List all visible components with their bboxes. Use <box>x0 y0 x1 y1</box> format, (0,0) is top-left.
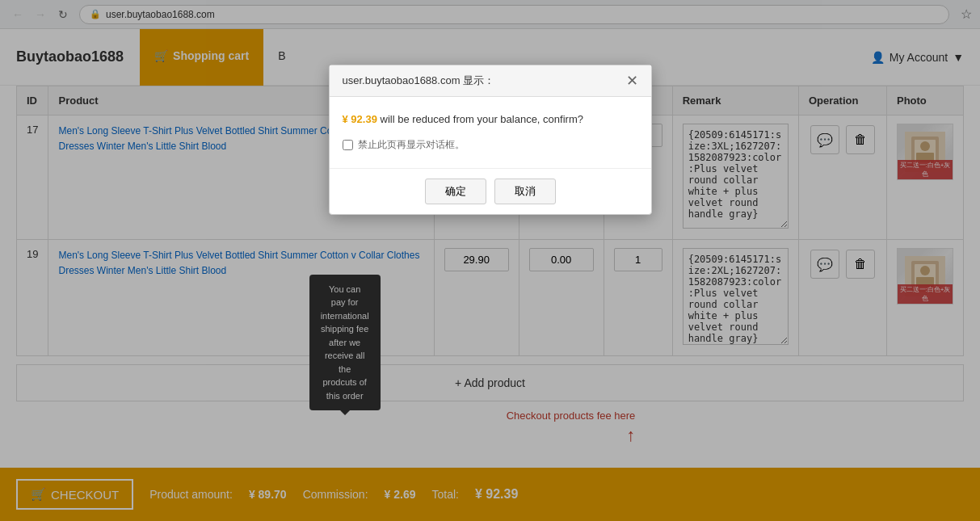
modal-checkbox-text: 禁止此页再显示对话框。 <box>358 138 465 152</box>
modal-header: user.buytaobao1688.com 显示： ✕ <box>330 65 651 97</box>
modal-body: ¥ 92.39 will be reduced from your balanc… <box>330 97 651 168</box>
modal-checkbox-input[interactable] <box>343 140 353 150</box>
modal-close-button[interactable]: ✕ <box>626 74 638 88</box>
modal-checkbox-label[interactable]: 禁止此页再显示对话框。 <box>343 138 638 152</box>
modal-confirm-button[interactable]: 确定 <box>425 179 486 204</box>
modal-overlay: user.buytaobao1688.com 显示： ✕ ¥ 92.39 wil… <box>0 0 980 521</box>
modal-footer: 确定 取消 <box>330 168 651 214</box>
modal-message: ¥ 92.39 will be reduced from your balanc… <box>343 113 638 125</box>
modal-title: user.buytaobao1688.com 显示： <box>343 74 495 88</box>
modal-dialog: user.buytaobao1688.com 显示： ✕ ¥ 92.39 wil… <box>329 65 652 215</box>
modal-cancel-button[interactable]: 取消 <box>494 179 556 204</box>
